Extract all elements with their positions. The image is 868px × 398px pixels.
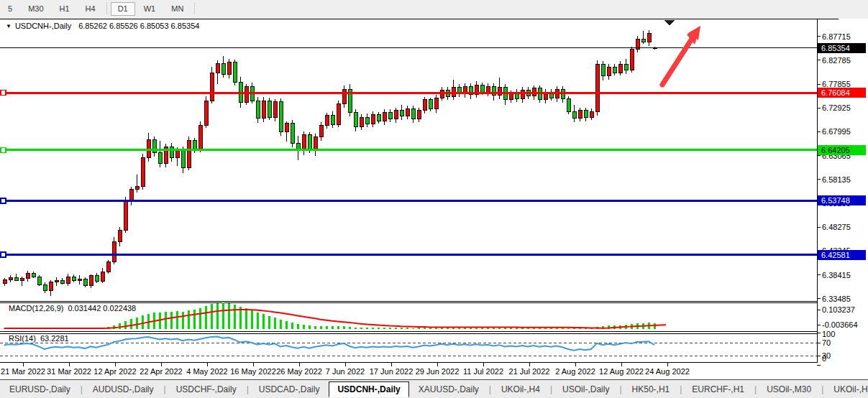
svg-text:12 Apr 2022: 12 Apr 2022 xyxy=(93,367,136,376)
svg-text:6.82785: 6.82785 xyxy=(822,56,851,65)
ohlc-values: 6.85262 6.85526 6.85053 6.85354 xyxy=(78,22,199,30)
svg-text:0: 0 xyxy=(822,354,826,363)
svg-text:21 Jul 2022: 21 Jul 2022 xyxy=(509,367,550,376)
svg-text:31 Mar 2022: 31 Mar 2022 xyxy=(47,367,91,376)
chart-tab-usdcnh-daily[interactable]: USDCNH-,Daily xyxy=(329,381,408,397)
macd-title: MACD(12,26,9) xyxy=(9,304,63,313)
chart-tab-eurusd-daily[interactable]: EURUSD-,Daily xyxy=(0,382,80,397)
hline-objects: 6.853546.760846.642056.537486.42581 xyxy=(0,43,866,260)
rsi-values: 63.2281 xyxy=(40,334,69,343)
rsi-indicator-label: RSI(14)63.2281 xyxy=(9,334,69,343)
svg-text:6.48275: 6.48275 xyxy=(822,223,851,231)
time-axis: 21 Mar 202231 Mar 202212 Apr 202222 Apr … xyxy=(1,363,690,376)
hline-red-line[interactable] xyxy=(0,91,817,96)
chart-tab-usoil-m30[interactable]: USOil-,M30 xyxy=(757,382,821,397)
rsi-title: RSI(14) xyxy=(9,334,36,343)
svg-text:29 Jun 2022: 29 Jun 2022 xyxy=(416,367,460,376)
hline-handle[interactable] xyxy=(1,147,6,152)
svg-text:6.72925: 6.72925 xyxy=(822,103,851,112)
chart-title: ▼USDCNH-,Daily6.85262 6.85526 6.85053 6.… xyxy=(6,22,199,30)
svg-text:16 May 2022: 16 May 2022 xyxy=(230,367,276,376)
svg-text:6.77855: 6.77855 xyxy=(822,80,851,88)
svg-text:17 Jun 2022: 17 Jun 2022 xyxy=(370,367,414,376)
svg-text:24 Aug 2022: 24 Aug 2022 xyxy=(645,367,690,376)
svg-text:-0.003664: -0.003664 xyxy=(822,320,858,329)
svg-text:100: 100 xyxy=(822,330,835,338)
trading-terminal-window: 5M30H1H4D1W1MN 6.877156.827856.778556.72… xyxy=(0,0,868,398)
chart-tab-eurchf-h1[interactable]: EURCHF-,H1 xyxy=(682,382,754,397)
svg-text:6.38415: 6.38415 xyxy=(822,271,851,279)
svg-text:6.42581: 6.42581 xyxy=(821,251,850,259)
symbol-tab-bar: EURUSD-,Daily|AUDUSD-,Daily|USDCHF-,Dail… xyxy=(0,379,868,398)
svg-text:12 Aug 2022: 12 Aug 2022 xyxy=(599,367,644,376)
symbol-name: USDCNH-,Daily xyxy=(15,22,71,30)
svg-text:7 Jun 2022: 7 Jun 2022 xyxy=(326,367,365,376)
macd-indicator-label: MACD(12,26,9)0.031442 0.022438 xyxy=(9,304,136,313)
chart-tab-ukoil-h4[interactable]: UKOil-,H4 xyxy=(492,382,549,397)
hline-blue-line-1[interactable] xyxy=(0,198,817,203)
chart-tab-audusd-daily[interactable]: AUDUSD-,Daily xyxy=(83,382,163,397)
arrow-annotation[interactable] xyxy=(662,26,700,85)
svg-text:0.103237: 0.103237 xyxy=(822,305,855,314)
price-label-box: 6.85354 xyxy=(818,43,866,53)
hline-blue-line-2[interactable] xyxy=(0,252,817,257)
hline-handle[interactable] xyxy=(1,198,6,203)
hline-handle[interactable] xyxy=(1,252,6,257)
svg-text:26 May 2022: 26 May 2022 xyxy=(276,367,322,376)
price-axis: 6.877156.827856.778556.729256.679956.630… xyxy=(817,32,851,303)
chart-shift-marker-icon[interactable] xyxy=(664,20,675,26)
svg-text:6.53748: 6.53748 xyxy=(821,196,850,205)
price-label-box: 6.64205 xyxy=(818,145,866,155)
svg-text:2 Aug 2022: 2 Aug 2022 xyxy=(555,367,595,376)
price-label-box: 6.42581 xyxy=(818,250,866,260)
svg-text:6.76084: 6.76084 xyxy=(821,88,850,97)
svg-text:21 Mar 2022: 21 Mar 2022 xyxy=(1,367,45,376)
chart-tab-xauusd-daily[interactable]: XAUUSD-,Daily xyxy=(409,382,488,397)
chart-canvas[interactable]: 6.877156.827856.778556.729256.679956.630… xyxy=(0,0,868,398)
svg-text:6.58135: 6.58135 xyxy=(822,175,851,184)
svg-text:6.87715: 6.87715 xyxy=(822,32,851,41)
chart-tab-usdcad-daily[interactable]: USDCAD-,Daily xyxy=(250,382,329,397)
macd-values: 0.031442 0.022438 xyxy=(68,304,136,313)
rsi-pane: 10070300 xyxy=(0,330,835,366)
hline-green-line[interactable] xyxy=(0,147,817,152)
price-label-box: 6.76084 xyxy=(818,88,866,98)
hline-handle[interactable] xyxy=(1,91,6,96)
svg-text:22 Apr 2022: 22 Apr 2022 xyxy=(140,367,182,376)
svg-text:70: 70 xyxy=(822,338,831,347)
svg-text:6.67995: 6.67995 xyxy=(822,127,851,136)
price-label-box: 6.53748 xyxy=(818,195,866,205)
chart-tab-usdchf-daily[interactable]: USDCHF-,Daily xyxy=(167,382,246,397)
svg-text:11 Jul 2022: 11 Jul 2022 xyxy=(463,367,503,376)
chart-tab-ukoil-h1[interactable]: UKOil-,H1 xyxy=(824,382,868,397)
svg-text:6.33485: 6.33485 xyxy=(822,295,851,303)
svg-text:6.64205: 6.64205 xyxy=(821,146,850,154)
svg-text:6.85354: 6.85354 xyxy=(821,44,850,52)
chart-tab-usoil-daily[interactable]: USOil-,Daily xyxy=(553,382,618,397)
collapse-triangle-icon[interactable]: ▼ xyxy=(6,23,12,29)
candlestick-series xyxy=(3,30,657,296)
chart-tab-hk50-h1[interactable]: HK50-,H1 xyxy=(623,382,680,397)
svg-text:4 May 2022: 4 May 2022 xyxy=(186,367,227,376)
